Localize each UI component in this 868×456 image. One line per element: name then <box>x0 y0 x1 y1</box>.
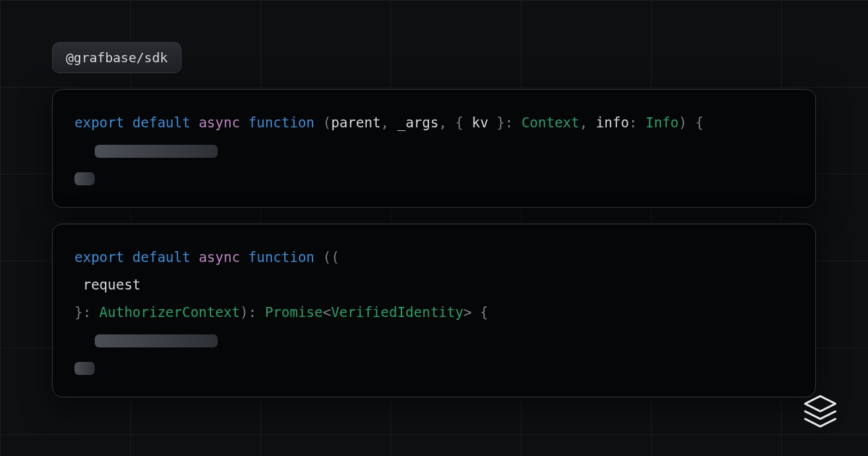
keyword-async: async <box>199 249 240 265</box>
param-parent: parent <box>331 114 381 130</box>
skeleton-placeholder <box>95 145 218 158</box>
param-request: request <box>75 276 141 292</box>
punct: > <box>464 304 472 320</box>
code-block-authorizer: export default async function (( request… <box>52 224 816 397</box>
type-authorizer-context: AuthorizerContext <box>99 304 239 320</box>
punct: { <box>687 114 704 130</box>
keyword-default: default <box>132 114 190 130</box>
param-info: info <box>596 114 629 130</box>
code-line: }: AuthorizerContext): Promise<VerifiedI… <box>75 298 793 326</box>
code-line: request <box>75 271 793 298</box>
skeleton-placeholder <box>95 334 218 347</box>
punct: , <box>579 114 596 130</box>
keyword-export: export <box>75 114 124 130</box>
code-line: export default async function (parent, _… <box>75 109 793 136</box>
package-badge: @grafbase/sdk <box>52 42 182 73</box>
code-line <box>75 136 793 164</box>
punct: { <box>455 114 472 130</box>
grafbase-logo-icon <box>800 392 841 433</box>
code-line: export default async function (( <box>75 243 793 271</box>
keyword-function: function <box>248 249 315 265</box>
type-verified-identity: VerifiedIdentity <box>331 304 464 320</box>
punct: ( <box>323 114 331 130</box>
punct: ) <box>678 114 686 130</box>
param-kv: kv <box>472 114 488 130</box>
code-line <box>75 164 793 191</box>
og-frame: @grafbase/sdk export default async funct… <box>0 0 868 456</box>
code-line <box>75 353 793 381</box>
punct: < <box>323 304 331 320</box>
punct: { <box>472 304 488 320</box>
punct: , <box>380 114 397 130</box>
keyword-export: export <box>75 249 124 265</box>
punct: , <box>438 114 455 130</box>
type-info: Info <box>646 114 679 130</box>
keyword-async: async <box>199 114 240 130</box>
code-block-resolver: export default async function (parent, _… <box>52 89 816 208</box>
type-context: Context <box>522 114 579 130</box>
code-line <box>75 326 793 353</box>
keyword-function: function <box>248 114 315 130</box>
punct: : <box>629 114 646 130</box>
keyword-default: default <box>132 249 190 265</box>
type-promise: Promise <box>265 304 323 320</box>
skeleton-placeholder <box>75 362 95 375</box>
punct: }: <box>75 304 99 320</box>
param-args: _args <box>397 114 438 130</box>
punct: (( <box>315 249 339 265</box>
skeleton-placeholder <box>75 172 95 185</box>
punct: ): <box>240 304 265 320</box>
punct: }: <box>488 114 522 130</box>
